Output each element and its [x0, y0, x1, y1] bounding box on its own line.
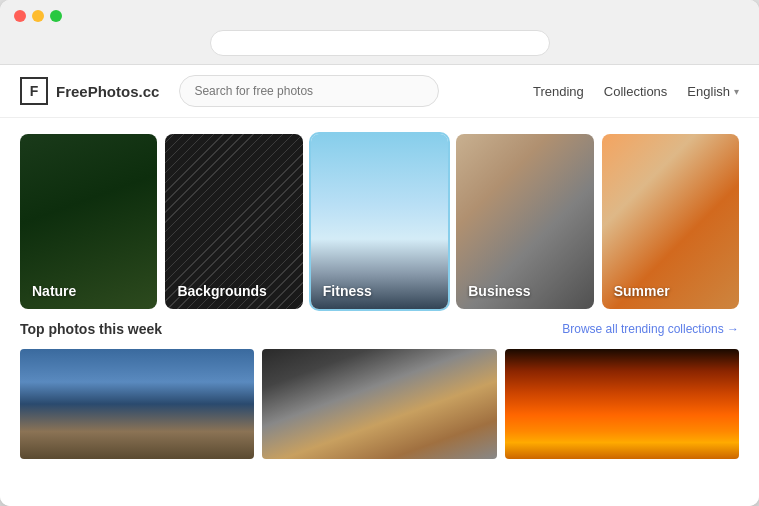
- minimize-button[interactable]: [32, 10, 44, 22]
- categories-section: Nature Backgrounds Fitness Business Summ: [0, 118, 759, 321]
- logo-letter: F: [30, 83, 39, 99]
- category-label-nature: Nature: [32, 283, 76, 299]
- chevron-down-icon: ▾: [734, 86, 739, 97]
- logo-area[interactable]: F FreePhotos.cc: [20, 77, 159, 105]
- category-card-nature[interactable]: Nature: [20, 134, 157, 309]
- page-content: F FreePhotos.cc Trending Collections Eng…: [0, 65, 759, 506]
- photo-card-3[interactable]: [505, 349, 739, 459]
- photo-card-1[interactable]: [20, 349, 254, 459]
- category-card-fitness[interactable]: Fitness: [311, 134, 448, 309]
- logo-icon: F: [20, 77, 48, 105]
- site-name: FreePhotos.cc: [56, 83, 159, 100]
- category-card-backgrounds[interactable]: Backgrounds: [165, 134, 302, 309]
- search-input[interactable]: [179, 75, 439, 107]
- language-selector[interactable]: English ▾: [687, 84, 739, 99]
- nav-trending[interactable]: Trending: [533, 84, 584, 99]
- address-bar[interactable]: [210, 30, 550, 56]
- maximize-button[interactable]: [50, 10, 62, 22]
- photos-grid: [20, 349, 739, 459]
- categories-grid: Nature Backgrounds Fitness Business Summ: [20, 134, 739, 309]
- category-label-fitness: Fitness: [323, 283, 372, 299]
- close-button[interactable]: [14, 10, 26, 22]
- traffic-lights: [14, 10, 745, 22]
- site-header: F FreePhotos.cc Trending Collections Eng…: [0, 65, 759, 118]
- trending-header: Top photos this week Browse all trending…: [20, 321, 739, 337]
- category-label-summer: Summer: [614, 283, 670, 299]
- category-card-business[interactable]: Business: [456, 134, 593, 309]
- main-nav: Trending Collections English ▾: [533, 84, 739, 99]
- category-label-business: Business: [468, 283, 530, 299]
- browse-all-link[interactable]: Browse all trending collections →: [562, 322, 739, 336]
- category-label-backgrounds: Backgrounds: [177, 283, 266, 299]
- trending-section: Top photos this week Browse all trending…: [0, 321, 759, 471]
- browser-window: F FreePhotos.cc Trending Collections Eng…: [0, 0, 759, 506]
- language-label: English: [687, 84, 730, 99]
- category-card-summer[interactable]: Summer: [602, 134, 739, 309]
- nav-collections[interactable]: Collections: [604, 84, 668, 99]
- trending-title: Top photos this week: [20, 321, 162, 337]
- photo-card-2[interactable]: [262, 349, 496, 459]
- browser-chrome: [0, 0, 759, 65]
